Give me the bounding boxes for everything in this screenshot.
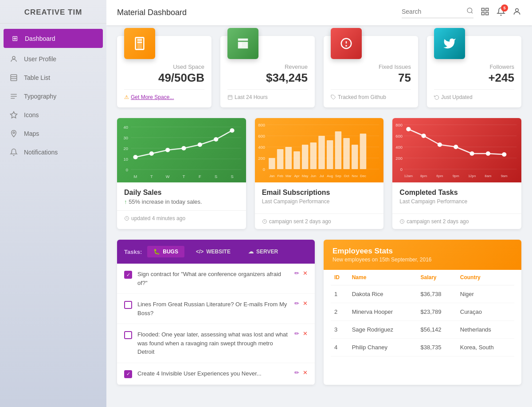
fixed-issues-value: 75 <box>331 71 411 85</box>
svg-rect-21 <box>228 95 232 99</box>
followers-footer: Just Updated <box>434 89 514 100</box>
daily-sales-body: Daily Sales ↑ 55% increase in today sale… <box>117 182 246 210</box>
search-input[interactable] <box>402 8 464 15</box>
sidebar-item-label: Typography <box>24 93 56 100</box>
task-delete-4[interactable]: ✕ <box>303 369 308 376</box>
task-edit-1[interactable]: ✏ <box>294 270 299 277</box>
cell-id: 2 <box>331 303 348 321</box>
svg-text:Jun: Jun <box>310 174 316 178</box>
task-delete-3[interactable]: ✕ <box>303 330 308 337</box>
svg-point-44 <box>214 138 218 141</box>
search-icon[interactable] <box>466 7 473 16</box>
email-sub-body: Email Subscriptions Last Campaign Perfor… <box>255 182 384 213</box>
table-icon <box>9 74 19 82</box>
svg-text:40: 40 <box>124 125 128 130</box>
daily-sales-percent: ↑ <box>124 198 129 205</box>
cell-salary: $36,738 <box>417 285 456 303</box>
task-delete-2[interactable]: ✕ <box>303 300 308 307</box>
sidebar-item-typography[interactable]: Typography <box>0 87 106 106</box>
revenue-footer: Last 24 Hours <box>227 89 308 100</box>
revenue-icon <box>227 28 258 59</box>
sidebar-item-label: Dashboard <box>25 35 55 42</box>
get-more-space-link[interactable]: Get More Space... <box>131 94 174 100</box>
employees-header: Employees Stats New employees on 15th Se… <box>324 240 521 270</box>
svg-point-40 <box>150 152 153 155</box>
map-pin-icon <box>9 130 19 138</box>
tasks-tab-server[interactable]: ☁ SERVER <box>242 246 284 257</box>
svg-text:Jul: Jul <box>319 174 324 178</box>
task-edit-3[interactable]: ✏ <box>294 330 299 337</box>
employees-card: Employees Stats New employees on 15th Se… <box>324 240 521 385</box>
task-checkbox-1[interactable] <box>124 271 132 279</box>
cell-name: Minerva Hooper <box>348 303 417 321</box>
task-actions-2: ✏ ✕ <box>294 300 308 307</box>
revenue-label: Revenue <box>227 63 308 70</box>
followers-footer-text: Just Updated <box>441 94 473 100</box>
chart-card-email-subscriptions: 800 600 400 200 0 <box>255 118 384 229</box>
svg-text:Nov: Nov <box>352 174 358 178</box>
task-edit-2[interactable]: ✏ <box>294 300 299 307</box>
used-space-footer: ⚠ Get More Space... <box>124 89 204 100</box>
task-text-4: Create 4 Invisible User Experiences you … <box>137 369 289 378</box>
svg-rect-71 <box>327 140 333 169</box>
sidebar-item-table-list[interactable]: Table List <box>0 68 106 87</box>
task-checkbox-4[interactable] <box>124 370 132 378</box>
svg-rect-11 <box>482 8 485 11</box>
followers-value: +245 <box>434 71 514 85</box>
sidebar-item-icons[interactable]: Icons <box>0 106 106 124</box>
task-text-3: Flooded: One year later, assessing what … <box>137 330 289 356</box>
cell-country: Curaçao <box>457 303 514 321</box>
cell-name: Dakota Rice <box>348 285 417 303</box>
task-item: Sign contract for "What are conference o… <box>117 264 315 294</box>
sidebar-item-label: Notifications <box>24 149 58 156</box>
stat-card-followers: Followers +245 Just Updated <box>427 36 521 107</box>
cell-country: Netherlands <box>457 321 514 339</box>
bottom-section: Tasks: 🐛 BUGS </> WEBSITE ☁ SERVER <box>117 240 521 385</box>
svg-rect-67 <box>293 151 300 169</box>
chart-card-completed-tasks: 800 600 400 200 0 <box>392 118 521 229</box>
sidebar-item-user-profile[interactable]: User Profile <box>0 50 106 68</box>
sidebar-item-notifications[interactable]: Notifications <box>0 143 106 162</box>
sidebar-item-label: Table List <box>24 74 50 81</box>
fixed-issues-footer-text: Tracked from Github <box>338 94 386 100</box>
header: Material Dashboard 5 <box>106 0 532 25</box>
grid-icon[interactable] <box>481 7 489 18</box>
svg-rect-69 <box>310 142 317 169</box>
sidebar-item-label: Icons <box>24 111 39 119</box>
tasks-card: Tasks: 🐛 BUGS </> WEBSITE ☁ SERVER <box>117 240 315 385</box>
clock-icon <box>399 219 405 224</box>
task-delete-1[interactable]: ✕ <box>303 270 308 277</box>
svg-text:12am: 12am <box>404 174 413 178</box>
sidebar-item-dashboard[interactable]: ⊞ Dashboard <box>4 29 103 48</box>
fixed-issues-footer: Tracked from Github <box>331 89 411 100</box>
sidebar-item-maps[interactable]: Maps <box>0 124 106 143</box>
tasks-tab-bugs[interactable]: 🐛 BUGS <box>147 246 184 257</box>
user-avatar-icon[interactable] <box>512 7 521 18</box>
svg-text:200: 200 <box>396 156 403 161</box>
employees-subtitle: New employees on 15th September, 2016 <box>332 257 512 263</box>
employees-title: Employees Stats <box>332 247 512 256</box>
svg-point-41 <box>166 148 169 152</box>
svg-rect-20 <box>240 43 242 47</box>
task-checkbox-3[interactable] <box>124 331 132 339</box>
svg-text:9pm: 9pm <box>453 174 459 178</box>
typography-icon <box>9 92 19 100</box>
svg-text:800: 800 <box>396 123 403 127</box>
stat-card-used-space: Used Space 49/50GB ⚠ Get More Space... <box>117 36 211 107</box>
svg-text:Jan: Jan <box>269 174 275 178</box>
cell-country: Korea, South <box>457 339 514 356</box>
daily-sales-title: Daily Sales <box>124 189 239 197</box>
completed-tasks-chart: 800 600 400 200 0 <box>392 118 521 182</box>
svg-point-0 <box>12 56 15 59</box>
tag-icon <box>331 95 336 100</box>
code-icon: </> <box>196 249 203 255</box>
task-edit-4[interactable]: ✏ <box>294 369 299 376</box>
stat-card-revenue: Revenue $34,245 Last 24 Hours <box>220 36 315 107</box>
task-checkbox-2[interactable] <box>124 301 132 309</box>
svg-text:S: S <box>215 174 217 179</box>
tasks-tab-website[interactable]: </> WEBSITE <box>190 246 237 257</box>
cloud-icon: ☁ <box>248 249 254 255</box>
notifications-icon[interactable]: 5 <box>497 7 505 18</box>
sidebar-item-label: Maps <box>24 130 39 137</box>
used-space-icon <box>124 28 155 59</box>
